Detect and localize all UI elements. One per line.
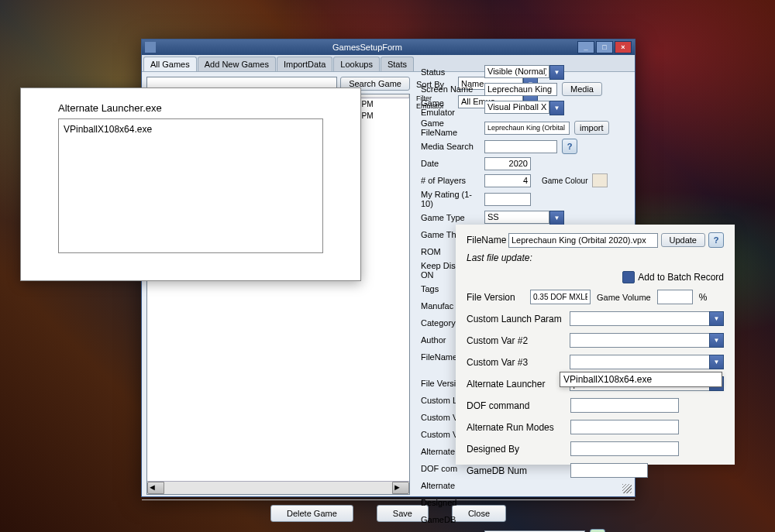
app-icon bbox=[145, 42, 156, 53]
alternate2-label: Alternate bbox=[421, 481, 480, 490]
ov-custlaunch-input[interactable] bbox=[570, 311, 709, 326]
status-select[interactable] bbox=[484, 65, 549, 78]
h-scrollbar[interactable]: ◄ ► bbox=[147, 481, 409, 494]
designed-label: Designed bbox=[421, 498, 480, 507]
tab-import-data[interactable]: ImportData bbox=[277, 57, 332, 71]
delete-game-button[interactable]: Delete Game bbox=[270, 505, 353, 522]
tab-stats[interactable]: Stats bbox=[381, 57, 414, 71]
gamefile-label: Game FileName bbox=[421, 118, 480, 137]
status-label: Status bbox=[421, 67, 480, 77]
chevron-down-icon[interactable]: ▼ bbox=[549, 211, 564, 225]
close-button[interactable]: × bbox=[615, 41, 632, 53]
resize-grip[interactable] bbox=[622, 484, 632, 493]
tooltip-content: VPinballX108x64.exe bbox=[64, 124, 318, 135]
tab-add-new-games[interactable]: Add New Games bbox=[198, 57, 276, 71]
titlebar[interactable]: GamesSetupForm _ □ × bbox=[142, 39, 635, 55]
chevron-down-icon[interactable]: ▼ bbox=[549, 65, 564, 80]
chevron-down-icon[interactable]: ▼ bbox=[709, 355, 724, 369]
players-input[interactable] bbox=[484, 174, 531, 187]
help-icon[interactable]: ? bbox=[708, 232, 724, 248]
gameemu-label: Game Emulator bbox=[421, 98, 480, 117]
tooltip-panel: Alternate Launcher.exe VPinballX108x64.e… bbox=[20, 88, 361, 281]
ov-gamedbnum-input[interactable] bbox=[570, 463, 648, 478]
help-icon[interactable]: ? bbox=[562, 139, 577, 154]
gamecolour-label: Game Colour bbox=[542, 177, 587, 185]
gametype-label: Game Type bbox=[421, 213, 480, 222]
ov-altrun-input[interactable] bbox=[570, 420, 679, 434]
maximize-button[interactable]: □ bbox=[596, 41, 613, 53]
ov-gamevol-label: Game Volume bbox=[597, 293, 651, 302]
ov-designedby-input[interactable] bbox=[570, 441, 679, 456]
minimize-button[interactable]: _ bbox=[577, 41, 594, 53]
tooltip-content-box: VPinballX108x64.exe bbox=[58, 118, 323, 253]
tooltip-title: Alternate Launcher.exe bbox=[58, 102, 323, 114]
ov-altrun-label: Alternate Run Modes bbox=[467, 422, 564, 433]
media-button[interactable]: Media bbox=[562, 82, 602, 96]
ov-filever-label: File Version bbox=[467, 292, 524, 303]
gametype-select[interactable] bbox=[484, 211, 549, 224]
gamefile-input[interactable] bbox=[484, 122, 570, 135]
file-detail-panel: FileName Update ? Last file update: Add … bbox=[456, 225, 735, 465]
ov-custvar3-label: Custom Var #3 bbox=[467, 357, 563, 368]
rating-input[interactable] bbox=[484, 193, 531, 206]
rating-label: My Rating (1-10) bbox=[421, 190, 480, 208]
gameemu-select[interactable] bbox=[484, 101, 549, 114]
ov-filever-input[interactable] bbox=[530, 290, 591, 304]
mediasearch-label: Media Search bbox=[421, 142, 480, 151]
scroll-right-button[interactable]: ► bbox=[392, 482, 409, 494]
ov-custvar3-input[interactable] bbox=[570, 355, 709, 369]
update-button[interactable]: Update bbox=[661, 233, 705, 247]
gamedb-label: GameDB bbox=[421, 515, 480, 524]
altlauncher-dropdown-option[interactable]: VPinballX108x64.exe bbox=[560, 372, 722, 387]
ov-altlauncher-label: Alternate Launcher bbox=[467, 379, 563, 390]
date-input[interactable] bbox=[484, 157, 531, 170]
chevron-down-icon[interactable]: ▼ bbox=[709, 311, 724, 326]
ov-gamedbnum-label: GameDB Num bbox=[467, 465, 564, 476]
ov-filename-label: FileName bbox=[467, 235, 505, 245]
pct-label: % bbox=[699, 292, 708, 303]
tab-all-games[interactable]: All Games bbox=[143, 57, 197, 71]
screenname-input[interactable] bbox=[484, 83, 557, 96]
batch-checkbox[interactable] bbox=[622, 271, 635, 283]
colour-swatch[interactable] bbox=[592, 173, 608, 187]
players-label: # of Players bbox=[421, 176, 480, 185]
ov-dofcmd-label: DOF command bbox=[467, 400, 564, 411]
ov-dofcmd-input[interactable] bbox=[570, 398, 679, 413]
mediasearch-input[interactable] bbox=[484, 140, 557, 153]
batch-label: Add to Batch Record bbox=[638, 272, 724, 283]
tab-lookups[interactable]: Lookups bbox=[333, 57, 380, 71]
scroll-left-button[interactable]: ◄ bbox=[147, 482, 164, 494]
ov-custvar2-input[interactable] bbox=[570, 333, 709, 348]
chevron-down-icon[interactable]: ▼ bbox=[549, 101, 564, 115]
chevron-down-icon[interactable]: ▼ bbox=[709, 333, 724, 348]
last-update-label: Last file update: bbox=[467, 252, 724, 263]
screenname-label: Screen Name bbox=[421, 84, 480, 94]
ov-designedby-label: Designed By bbox=[467, 444, 564, 455]
ov-custlaunch-label: Custom Launch Param bbox=[467, 314, 563, 324]
refresh-icon[interactable]: ↻ bbox=[590, 529, 605, 532]
import-button[interactable]: import bbox=[574, 121, 609, 135]
ov-custvar2-label: Custom Var #2 bbox=[467, 335, 563, 346]
ov-gamevol-input[interactable] bbox=[657, 290, 693, 304]
window-title: GamesSetupForm bbox=[159, 43, 576, 52]
date-label: Date bbox=[421, 159, 480, 168]
ov-filename-input[interactable] bbox=[508, 233, 658, 248]
